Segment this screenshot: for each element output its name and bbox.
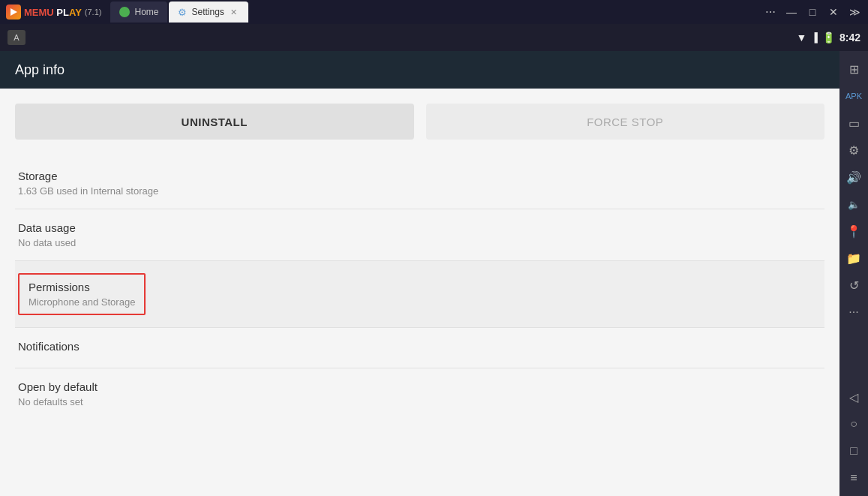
permissions-highlight: Permissions Microphone and Storage xyxy=(18,273,146,315)
open-by-default-section[interactable]: Open by default No defaults set xyxy=(15,368,824,419)
data-usage-title: Data usage xyxy=(18,221,821,234)
open-by-default-subtitle: No defaults set xyxy=(18,396,821,407)
nav-home-icon[interactable]: ○ xyxy=(842,412,866,436)
sidebar-location-icon[interactable]: 📍 xyxy=(842,219,866,243)
tab-home[interactable]: Home xyxy=(110,2,167,23)
minimize-button[interactable]: — xyxy=(784,6,799,18)
close-button[interactable]: ✕ xyxy=(826,6,841,18)
storage-title: Storage xyxy=(18,170,821,182)
sidebar-grid-icon[interactable]: ⊞ xyxy=(842,57,866,81)
battery-icon: 🔋 xyxy=(822,32,835,44)
nav-back-icon[interactable]: ◁ xyxy=(842,385,866,409)
sidebar-rotate-icon[interactable]: ↺ xyxy=(842,273,866,297)
status-bar: A ▼ ▐ 🔋 8:42 xyxy=(0,24,868,51)
sidebar-screen-icon[interactable]: ▭ xyxy=(842,111,866,135)
title-bar-controls: ⋯ — □ ✕ ≫ xyxy=(763,6,862,18)
svg-marker-0 xyxy=(11,8,17,16)
sidebar-apps-icon[interactable]: APK xyxy=(842,84,866,108)
logo-icon xyxy=(6,5,21,20)
wifi-icon: ▼ xyxy=(797,32,807,44)
app-name: MEMU PLAY xyxy=(24,7,82,18)
data-usage-subtitle: No data used xyxy=(18,237,821,248)
tab-close-button[interactable]: ✕ xyxy=(229,7,239,17)
force-stop-button[interactable]: FORCE STOP xyxy=(426,104,825,140)
sidebar-volume-up-icon[interactable]: 🔊 xyxy=(842,165,866,189)
sidebar-folder-icon[interactable]: 📁 xyxy=(842,246,866,270)
nav-menu-icon[interactable]: ≡ xyxy=(842,466,866,490)
storage-section[interactable]: Storage 1.63 GB used in Internal storage xyxy=(15,158,824,209)
sidebar-settings-icon[interactable]: ⚙ xyxy=(842,138,866,162)
right-sidebar: ⊞ APK ▭ ⚙ 🔊 🔈 📍 📁 ↺ ··· ◁ ○ □ ≡ xyxy=(839,51,868,496)
content-area: UNINSTALL FORCE STOP Storage 1.63 GB use… xyxy=(0,89,839,434)
settings-tab-icon: ⚙ xyxy=(178,7,187,18)
app-info-header: App info xyxy=(0,51,839,89)
expand-icon[interactable]: ≫ xyxy=(847,6,862,18)
app-info-title: App info xyxy=(15,62,65,78)
tab-home-label: Home xyxy=(134,7,158,17)
app-logo: MEMU PLAY (7.1) xyxy=(6,5,101,20)
sidebar-more-icon[interactable]: ··· xyxy=(842,300,866,324)
status-right: ▼ ▐ 🔋 8:42 xyxy=(797,32,860,44)
app-version: (7.1) xyxy=(85,8,102,17)
home-tab-icon xyxy=(119,7,130,17)
a-button[interactable]: A xyxy=(8,30,26,45)
notifications-section[interactable]: Notifications xyxy=(15,328,824,368)
maximize-button[interactable]: □ xyxy=(805,6,820,18)
uninstall-button[interactable]: UNINSTALL xyxy=(15,104,414,140)
notifications-title: Notifications xyxy=(18,340,821,353)
status-left: A xyxy=(8,30,26,45)
tab-settings-label: Settings xyxy=(191,7,224,17)
buttons-row: UNINSTALL FORCE STOP xyxy=(15,104,824,140)
data-usage-section[interactable]: Data usage No data used xyxy=(15,209,824,261)
tab-settings[interactable]: ⚙ Settings ✕ xyxy=(169,2,248,23)
main-content: App info UNINSTALL FORCE STOP Storage 1.… xyxy=(0,51,839,496)
permissions-title: Permissions xyxy=(29,281,135,293)
signal-icon: ▐ xyxy=(811,32,818,43)
title-bar: MEMU PLAY (7.1) Home ⚙ Settings ✕ ⋯ — □ … xyxy=(0,0,868,24)
status-time: 8:42 xyxy=(839,32,860,44)
nav-recents-icon[interactable]: □ xyxy=(842,439,866,463)
tabs-area: Home ⚙ Settings ✕ xyxy=(110,2,760,23)
sidebar-volume-down-icon[interactable]: 🔈 xyxy=(842,192,866,216)
open-by-default-title: Open by default xyxy=(18,380,821,393)
menu-icon[interactable]: ⋯ xyxy=(763,6,778,18)
permissions-subtitle: Microphone and Storage xyxy=(29,296,135,308)
storage-subtitle: 1.63 GB used in Internal storage xyxy=(18,185,821,197)
permissions-section[interactable]: Permissions Microphone and Storage xyxy=(15,261,824,328)
